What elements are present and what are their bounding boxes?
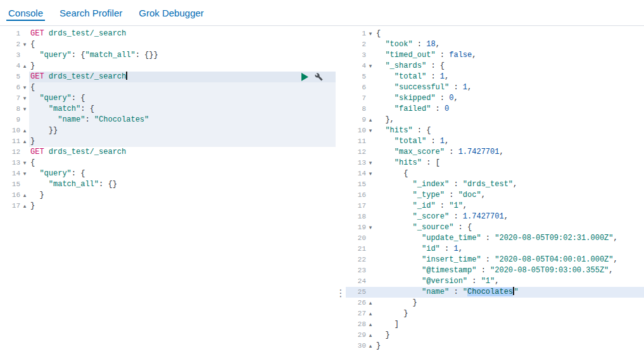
fold-collapse-icon[interactable]: ▾	[20, 104, 29, 115]
line-gutter: 23	[346, 265, 375, 276]
code-text[interactable]: }	[29, 201, 336, 212]
code-text[interactable]: {	[375, 168, 644, 179]
fold-collapse-icon[interactable]: ▾	[366, 125, 375, 136]
code-text[interactable]: }	[29, 61, 336, 72]
code-token	[30, 51, 39, 60]
code-text[interactable]: "match": {	[29, 104, 336, 115]
fold-collapse-icon[interactable]: ▾	[366, 28, 375, 39]
line-number: 24	[350, 276, 366, 287]
code-text[interactable]: "id" : 1,	[375, 244, 644, 255]
fold-expand-icon[interactable]: ▴	[20, 125, 29, 136]
fold-expand-icon[interactable]: ▴	[366, 341, 375, 351]
code-text[interactable]: "timed_out" : false,	[375, 50, 644, 61]
code-token	[376, 126, 385, 135]
code-token	[30, 169, 39, 178]
code-text[interactable]: "query": {	[29, 93, 336, 104]
request-editor[interactable]: 1GET drds_test/_search2▾{3 "query": {"ma…	[0, 26, 336, 354]
code-line: 15 "match_all": {}	[0, 179, 336, 190]
code-token: :	[449, 180, 463, 189]
code-text[interactable]: }	[375, 308, 644, 319]
code-text[interactable]: "update_time" : "2020-08-05T09:02:31.000…	[375, 233, 644, 244]
code-text[interactable]: "_index" : "drds_test",	[375, 179, 644, 190]
code-token: "query"	[39, 51, 71, 60]
line-gutter: 7▾	[0, 93, 29, 104]
code-token: ,	[453, 94, 458, 103]
fold-expand-icon[interactable]: ▴	[366, 115, 375, 125]
code-text[interactable]: "_source" : {	[375, 222, 644, 233]
code-text[interactable]: }	[375, 298, 644, 308]
code-text[interactable]: }	[29, 136, 336, 147]
code-text[interactable]: }	[29, 190, 336, 201]
code-text[interactable]: }	[375, 330, 644, 341]
code-token: "	[463, 288, 467, 296]
line-gutter: 16▴	[0, 190, 29, 201]
panel-resizer-handle[interactable]: ⋮	[336, 289, 346, 298]
code-token: :	[445, 191, 458, 199]
fold-collapse-icon[interactable]: ▾	[20, 82, 29, 93]
code-text[interactable]: "query": {"match_all": {}}	[29, 50, 336, 61]
code-text[interactable]: }	[375, 341, 644, 351]
code-line: 16 "_type" : "doc",	[346, 190, 644, 201]
code-text[interactable]: "_type" : "doc",	[375, 190, 644, 201]
line-number: 12	[350, 147, 366, 158]
code-text[interactable]: "total" : 1,	[375, 72, 644, 82]
fold-expand-icon[interactable]: ▴	[366, 330, 375, 341]
fold-expand-icon[interactable]: ▴	[366, 298, 375, 308]
code-token: ,	[458, 244, 463, 253]
code-text[interactable]: "max_score" : 1.7427701,	[375, 147, 644, 158]
code-text[interactable]: GET drds_test/_search	[29, 147, 336, 158]
code-text[interactable]: "_id" : "1",	[375, 201, 644, 212]
request-settings-wrench-button[interactable]	[315, 73, 323, 81]
code-token: ,	[613, 255, 617, 264]
tab-console[interactable]: Console	[0, 0, 51, 25]
code-text[interactable]: "hits" : {	[375, 125, 644, 136]
fold-collapse-icon[interactable]: ▾	[20, 158, 29, 168]
code-text[interactable]: "skipped" : 0,	[375, 93, 644, 104]
code-text[interactable]: "match_all": {}	[29, 179, 336, 190]
code-text[interactable]: "name" : "Chocolates"	[375, 287, 644, 298]
code-text[interactable]: "hits" : [	[375, 158, 644, 168]
fold-collapse-icon[interactable]: ▾	[366, 168, 375, 179]
code-text[interactable]: GET drds_test/_search	[29, 28, 336, 39]
code-text[interactable]: {	[29, 39, 336, 50]
code-text[interactable]: ]	[375, 319, 644, 330]
code-text[interactable]: "took" : 18,	[375, 39, 644, 50]
code-text[interactable]: "total" : 1,	[375, 136, 644, 147]
code-text[interactable]: },	[375, 115, 644, 125]
code-text[interactable]: "@version" : "1",	[375, 276, 644, 287]
fold-expand-icon[interactable]: ▴	[366, 308, 375, 319]
tab-grok-debugger[interactable]: Grok Debugger	[130, 0, 212, 25]
code-text[interactable]: }}	[29, 125, 336, 136]
response-viewer[interactable]: 1▾{2 "took" : 18,3 "timed_out" : false,4…	[346, 26, 644, 354]
fold-expand-icon[interactable]: ▴	[20, 61, 29, 72]
tab-search-profiler[interactable]: Search Profiler	[51, 0, 130, 25]
send-request-button[interactable]	[301, 73, 308, 81]
fold-collapse-icon[interactable]: ▾	[366, 222, 375, 233]
code-text[interactable]: "name": "Chocolates"	[29, 115, 336, 125]
code-text[interactable]: "query": {	[29, 168, 336, 179]
code-text[interactable]: {	[29, 82, 336, 93]
fold-expand-icon[interactable]: ▴	[20, 201, 29, 212]
fold-expand-icon[interactable]: ▴	[20, 190, 29, 201]
fold-expand-icon[interactable]: ▴	[366, 319, 375, 330]
code-text[interactable]: "insert_time" : "2020-08-05T04:00:01.000…	[375, 255, 644, 265]
code-text[interactable]: GET drds_test/_search	[29, 72, 336, 82]
fold-collapse-icon[interactable]: ▾	[20, 168, 29, 179]
code-text[interactable]: {	[29, 158, 336, 168]
fold-collapse-icon[interactable]: ▾	[20, 93, 29, 104]
code-text[interactable]: "failed" : 0	[375, 104, 644, 115]
code-text[interactable]: "_score" : 1.7427701,	[375, 212, 644, 222]
code-text[interactable]: {	[375, 28, 644, 39]
code-line: 13▾{	[0, 158, 336, 168]
code-text[interactable]: "@timestamp" : "2020-08-05T09:03:00.355Z…	[375, 265, 644, 276]
code-text[interactable]: "_shards" : {	[375, 61, 644, 72]
line-gutter: 18	[346, 212, 375, 222]
code-token: :	[426, 72, 440, 81]
code-text[interactable]: "successful" : 1,	[375, 82, 644, 93]
fold-expand-icon[interactable]: ▴	[20, 136, 29, 147]
fold-collapse-icon[interactable]: ▾	[20, 39, 29, 50]
line-gutter: 2	[346, 39, 375, 50]
fold-collapse-icon[interactable]: ▾	[366, 61, 375, 72]
code-token: {	[30, 83, 35, 92]
fold-collapse-icon[interactable]: ▾	[366, 158, 375, 168]
